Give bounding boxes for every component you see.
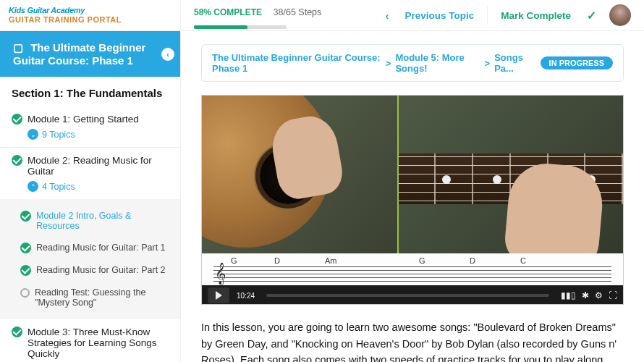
check-icon: [12, 155, 22, 166]
check-icon: [20, 265, 31, 276]
fullscreen-icon[interactable]: ⛶: [609, 290, 617, 300]
subtopic-label: Reading Test: Guessing the "Mystery Song…: [35, 287, 169, 308]
breadcrumb: The Ultimate Beginner Guitar Course: Pha…: [201, 44, 624, 82]
module-title: Module 1: Getting Started: [27, 114, 139, 125]
video-player[interactable]: G D Am G D C 𝄞 10:24: [201, 95, 624, 305]
subtopic-item[interactable]: Module 2 Intro, Goals & Resources: [0, 205, 180, 237]
chord-label: G: [419, 256, 470, 265]
course-title-text: The Ultimate Beginner Guitar Course: Pha…: [13, 41, 145, 67]
topics-count: 4 Topics: [42, 182, 75, 192]
check-icon: [20, 211, 31, 222]
volume-icon[interactable]: ▮▮▯: [561, 290, 576, 300]
section-header: Section 1: The Fundamentals: [0, 77, 180, 106]
subtopic-label: Reading Music for Guitar: Part 1: [36, 243, 166, 253]
breadcrumb-item[interactable]: Songs Pa...: [494, 52, 535, 74]
fret-marker-icon: [442, 175, 451, 184]
divider: [487, 6, 488, 25]
module-title: Module 2: Reading Music for Guitar: [27, 155, 169, 177]
staff-lines: [213, 266, 611, 281]
check-icon: ✓: [587, 9, 596, 22]
previous-topic-link[interactable]: ‹ Previous Topic: [385, 9, 474, 22]
play-button[interactable]: [208, 287, 229, 303]
fret-marker-icon: [493, 175, 501, 184]
check-icon: [20, 243, 31, 253]
prev-topic-label: Previous Topic: [404, 10, 474, 21]
progress-block: 58% COMPLETE 38/65 Steps: [194, 6, 321, 25]
logo-subtitle: GUITAR TRAINING PORTAL: [9, 15, 171, 25]
chord-label: D: [470, 256, 520, 265]
progress-steps: 38/65 Steps: [274, 7, 322, 17]
subtopic-item[interactable]: Reading Music for Guitar: Part 1: [0, 237, 180, 259]
subtopic-label: Reading Music for Guitar: Part 2: [36, 265, 166, 275]
chord-label: C: [520, 256, 526, 265]
progress-percent: 58% COMPLETE: [194, 7, 262, 17]
chord-label: Am: [325, 256, 419, 265]
subtopic-item[interactable]: Reading Music for Guitar: Part 2: [0, 259, 180, 282]
logo: Kids Guitar Academy GUITAR TRAINING PORT…: [0, 0, 180, 31]
collapse-sidebar-icon[interactable]: ‹: [161, 48, 174, 61]
mark-complete-label: Mark Complete: [501, 10, 571, 21]
chord-label: G: [231, 256, 274, 265]
topbar: 58% COMPLETE 38/65 Steps ‹ Previous Topi…: [181, 0, 644, 31]
logo-title: Kids Guitar Academy: [9, 6, 171, 15]
subtopic-item[interactable]: Reading Test: Guessing the "Mystery Song…: [0, 282, 180, 313]
chevron-up-icon[interactable]: ⌃: [27, 181, 38, 192]
breadcrumb-separator: >: [386, 58, 391, 69]
mark-complete-button[interactable]: Mark Complete ✓: [501, 9, 596, 22]
settings-icon[interactable]: ✱: [582, 290, 589, 300]
video-frame: [202, 96, 623, 253]
course-title-bar[interactable]: ▢ The Ultimate Beginner Guitar Course: P…: [0, 31, 180, 77]
breadcrumb-item[interactable]: Module 5: More Songs!: [395, 52, 480, 74]
sidebar: Kids Guitar Academy GUITAR TRAINING PORT…: [0, 0, 181, 362]
video-controls: 10:24 ▮▮▯ ✱ ⚙ ⛶: [202, 285, 623, 305]
gear-icon[interactable]: ⚙: [595, 290, 603, 300]
video-camera-left: [202, 96, 399, 253]
breadcrumb-separator: >: [485, 58, 491, 69]
check-icon: [12, 114, 22, 125]
avatar[interactable]: [609, 4, 631, 26]
module-item[interactable]: Module 1: Getting Started ⌄ 9 Topics: [0, 106, 180, 147]
module-title: Module 3: Three Must-Know Strategies for…: [27, 327, 169, 359]
chord-row: G D Am G D C: [213, 256, 611, 265]
circle-icon: [20, 288, 30, 298]
content-area: The Ultimate Beginner Guitar Course: Pha…: [181, 31, 644, 362]
video-scrubber[interactable]: [266, 294, 549, 297]
lesson-description: In this lesson, you are going to learn t…: [201, 319, 624, 362]
subtopic-label: Module 2 Intro, Goals & Resources: [36, 211, 169, 231]
progress-bar: [194, 25, 287, 29]
check-icon: [12, 327, 22, 337]
breadcrumb-item[interactable]: The Ultimate Beginner Guitar Course: Pha…: [212, 52, 381, 74]
video-timestamp: 10:24: [237, 292, 255, 300]
play-icon: [216, 291, 222, 300]
chord-label: D: [274, 256, 325, 265]
music-staff: G D Am G D C 𝄞: [202, 253, 623, 285]
module-item[interactable]: Module 3: Three Must-Know Strategies for…: [0, 319, 180, 362]
module-item[interactable]: Module 2: Reading Music for Guitar ⌃ 4 T…: [0, 148, 180, 199]
subtopic-list: Module 2 Intro, Goals & Resources Readin…: [0, 199, 180, 319]
chevron-down-icon[interactable]: ⌄: [27, 129, 38, 140]
chevron-left-icon: ‹: [385, 9, 389, 22]
book-icon: ▢: [13, 41, 23, 54]
topics-count: 9 Topics: [42, 130, 75, 140]
video-camera-right: [399, 96, 623, 253]
main-content: 58% COMPLETE 38/65 Steps ‹ Previous Topi…: [181, 0, 644, 362]
status-badge: IN PROGRESS: [541, 56, 613, 70]
